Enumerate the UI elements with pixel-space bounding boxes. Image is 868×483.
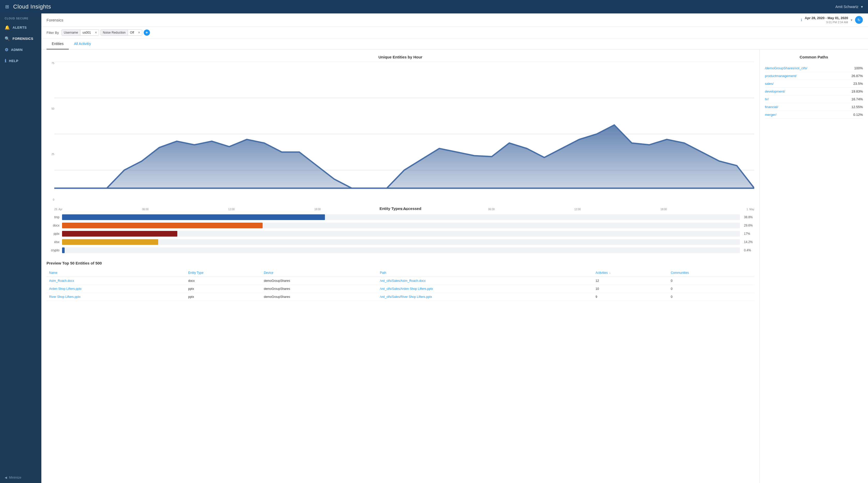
filter-username-key: Username: [62, 30, 81, 35]
right-panel: Common Paths /demoGroupShares/vol_cifs/ …: [760, 50, 868, 483]
path-row: hr/ 16.74%: [765, 95, 863, 103]
path-pct: 12.55%: [851, 105, 863, 109]
filter-add-button[interactable]: +: [144, 29, 150, 36]
cell-path[interactable]: /vol_cifs/Sales/Asim_Roach.docx: [377, 277, 593, 285]
y-label-75: 75: [46, 62, 54, 65]
cell-path[interactable]: /vol_cifs/Sales/Arden Shop Lifters.pptx: [377, 285, 593, 293]
path-name[interactable]: financial/: [765, 105, 778, 109]
path-name[interactable]: sales/: [765, 82, 774, 86]
refresh-button[interactable]: ↻: [855, 16, 863, 24]
chart-title: Unique Entities by Hour: [46, 55, 754, 59]
path-pct: 23.5%: [853, 82, 863, 86]
bar-fill-pptx: [62, 231, 177, 237]
bar-track-crypto: [62, 247, 740, 253]
cell-path[interactable]: /vol_cifs/Sales/River Shop Lifters.pptx: [377, 293, 593, 301]
cell-name[interactable]: Asim_Roach.docx: [46, 277, 186, 285]
tab-all-activity[interactable]: All Activitiy: [69, 38, 96, 50]
filter-noise-close[interactable]: ✕: [136, 30, 142, 35]
path-name[interactable]: hr/: [765, 97, 769, 101]
x-label-0600-1: 06:00: [142, 208, 149, 211]
sidebar-item-help[interactable]: ℹ Help: [0, 55, 41, 66]
bar-pct-pptx: 17%: [744, 232, 754, 236]
x-label-1800-1: 18:00: [314, 208, 321, 211]
table-section-title: Preview Top 50 Entities of 500: [46, 261, 754, 265]
x-label-1may: 1. May: [746, 208, 754, 211]
chevron-left-icon: ◀: [5, 476, 7, 479]
path-row: sales/ 23.5%: [765, 80, 863, 88]
y-label-25: 25: [46, 153, 54, 156]
x-label-1200-2: 12:00: [575, 208, 581, 211]
path-pct: 100%: [854, 66, 863, 70]
bar-pct-tmp: 38.8%: [744, 215, 754, 219]
bar-row-pptx: pptx 17%: [46, 231, 754, 237]
path-name[interactable]: development/: [765, 89, 785, 93]
bar-row-xlsx: xlsx 14.2%: [46, 239, 754, 245]
path-name[interactable]: productmanagement/: [765, 74, 797, 78]
chart-area: 29. Apr 06:00 12:00 18:00 30. Apr 06:00 …: [54, 62, 754, 206]
bar-fill-xlsx: [62, 239, 158, 245]
path-name[interactable]: merger/: [765, 113, 776, 117]
table-header-row: Name Entity Type Device Path Activities …: [46, 269, 754, 277]
table-row: Arden Shop Lifters.pptx pptx demoGroupSh…: [46, 285, 754, 293]
minimize-button[interactable]: ◀ Minimize: [0, 472, 41, 483]
filter-username-value: us001: [81, 30, 93, 35]
bar-label-xlsx: xlsx: [46, 240, 59, 244]
cell-name[interactable]: River Shop Lifters.pptx: [46, 293, 186, 301]
path-row: /demoGroupShares/vol_cifs/ 100%: [765, 64, 863, 72]
y-label-0: 0: [46, 198, 54, 201]
cell-entity-type: pptx: [186, 293, 261, 301]
tab-entities[interactable]: Entities: [46, 38, 69, 50]
sidebar-label-alerts: Alerts: [13, 26, 27, 29]
date-range: ℹ Apr 28, 2020 - May 01, 2020 9:01 PM 2:…: [801, 16, 863, 25]
path-pct: 19.83%: [851, 89, 863, 93]
col-name: Name: [46, 269, 186, 277]
path-row: merger/ 0.12%: [765, 111, 863, 119]
cell-device: demoGroupShares: [261, 293, 377, 301]
cell-entity-type: docx: [186, 277, 261, 285]
path-name[interactable]: /demoGroupShares/vol_cifs/: [765, 66, 807, 70]
cell-device: demoGroupShares: [261, 285, 377, 293]
col-communities: Communities: [668, 269, 754, 277]
sidebar-label-admin: Admin: [11, 48, 23, 52]
entities-table-section: Preview Top 50 Entities of 500 Name Enti…: [46, 261, 754, 301]
table-row: Asim_Roach.docx docx demoGroupShares /vo…: [46, 277, 754, 285]
bar-pct-crypto: 0.4%: [744, 248, 754, 252]
main-content: Unique Entities by Hour 75 50 25 0: [41, 50, 868, 483]
sort-icon: ↓: [609, 271, 611, 275]
bar-label-pptx: pptx: [46, 232, 59, 236]
path-pct: 16.74%: [851, 97, 863, 101]
x-label-0600-2: 06:00: [488, 208, 495, 211]
path-row: development/ 19.83%: [765, 88, 863, 95]
filter-by-label: Filter By: [46, 31, 59, 35]
cell-communities: 0: [668, 277, 754, 285]
grid-icon[interactable]: ⊞: [5, 4, 9, 9]
sidebar-label-help: Help: [9, 59, 19, 63]
table-body: Asim_Roach.docx docx demoGroupShares /vo…: [46, 277, 754, 301]
path-pct: 26.87%: [851, 74, 863, 78]
sidebar-bottom: ◀ Minimize: [0, 472, 41, 483]
left-panel: Unique Entities by Hour 75 50 25 0: [41, 50, 760, 483]
bar-pct-docx: 29.6%: [744, 224, 754, 227]
path-row: financial/ 12.55%: [765, 103, 863, 111]
col-device: Device: [261, 269, 377, 277]
date-dropdown-icon[interactable]: ▾: [851, 18, 852, 22]
cell-name[interactable]: Arden Shop Lifters.pptx: [46, 285, 186, 293]
bar-label-crypto: crypto: [46, 248, 59, 252]
user-menu[interactable]: Amit Schwartz ▾: [834, 5, 863, 9]
sidebar-item-forensics[interactable]: 🔍 Forensics: [0, 33, 41, 44]
sidebar-item-admin[interactable]: ⚙ Admin: [0, 44, 41, 55]
bar-row-tmp: tmp 38.8%: [46, 214, 754, 220]
tab-entities-label: Entities: [52, 42, 64, 46]
entity-types-chart: Entity Types Accessed tmp 38.8% docx: [46, 206, 754, 253]
entities-table: Name Entity Type Device Path Activities …: [46, 269, 754, 301]
col-activities[interactable]: Activities ↓: [593, 269, 668, 277]
table-row: River Shop Lifters.pptx pptx demoGroupSh…: [46, 293, 754, 301]
filter-bar: Filter By Username us001 ✕ Noise Reducti…: [41, 27, 868, 38]
bar-label-tmp: tmp: [46, 215, 59, 219]
filter-username-close[interactable]: ✕: [93, 30, 99, 35]
app-title: Cloud Insights: [13, 3, 834, 10]
cell-activities: 12: [593, 277, 668, 285]
path-row: productmanagement/ 26.87%: [765, 72, 863, 80]
sidebar-item-alerts[interactable]: 🔔 Alerts: [0, 22, 41, 33]
cell-activities: 10: [593, 285, 668, 293]
